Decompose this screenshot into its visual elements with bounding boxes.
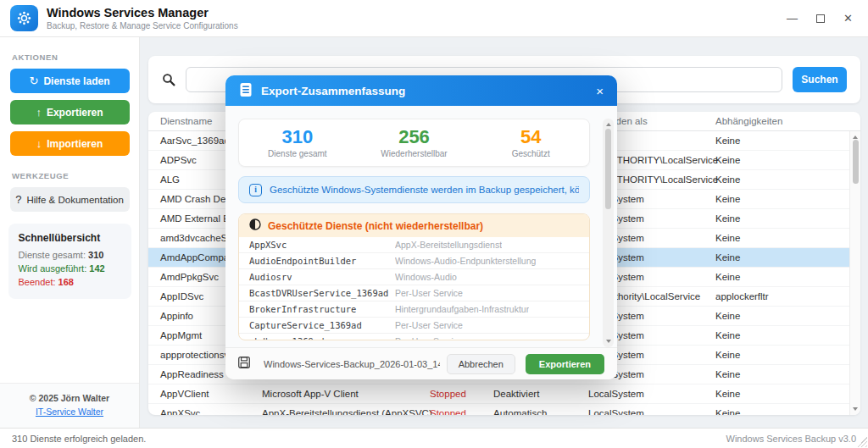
modal-scroll-down-icon[interactable]	[606, 340, 611, 343]
table-cell: Keine	[704, 408, 860, 415]
table-cell: Keine	[704, 389, 860, 399]
table-cell: applockerfltr	[704, 291, 860, 301]
info-text: Geschützte Windows-Systemdienste werden …	[270, 185, 579, 195]
floppy-icon	[238, 357, 250, 371]
service-description: Per-User Service	[395, 336, 463, 340]
service-name: BcastDVRUserService_1369ad	[249, 288, 395, 298]
table-scrollbar[interactable]	[849, 131, 860, 415]
titlebar: Windows Services Manager Backup, Restore…	[0, 0, 868, 37]
table-cell: Stopped	[418, 408, 481, 415]
app-subtitle: Backup, Restore & Manage Service Configu…	[47, 21, 238, 30]
minimize-icon[interactable]: —	[787, 13, 798, 24]
arrow-down-icon: ↓	[36, 137, 42, 150]
table-cell: Keine	[704, 194, 860, 204]
help-button[interactable]: ? Hilfe & Dokumentation	[10, 187, 130, 212]
stat-protected: 54 Geschützt	[472, 127, 589, 158]
refresh-icon: ↻	[30, 75, 39, 87]
column-header[interactable]: Abhängigkeiten	[704, 116, 860, 126]
export-filename: Windows-Services-Backup_2026-01-03_14-36…	[264, 359, 440, 369]
import-button[interactable]: ↓ Importieren	[10, 131, 130, 156]
export-stats: 310 Dienste gesamt 256 Wiederherstellbar…	[238, 119, 590, 167]
version-label: Windows Services Backup v3.0	[726, 434, 856, 444]
cancel-button[interactable]: Abbrechen	[447, 354, 515, 374]
service-name: BrokerInfrastructure	[249, 304, 395, 314]
service-name: cbdhsvc_1369ad	[249, 336, 395, 340]
question-icon: ?	[15, 193, 21, 206]
app-title: Windows Services Manager	[47, 6, 238, 20]
protected-service-row: AudioEndpointBuilderWindows-Audio-Endpun…	[239, 253, 589, 269]
service-description: Windows-Audio-Endpunkterstellung	[395, 256, 536, 266]
table-cell: Keine	[704, 350, 860, 360]
table-cell: Keine	[704, 311, 860, 321]
scroll-up-icon[interactable]	[853, 136, 858, 139]
modal-close-icon[interactable]: ×	[596, 85, 604, 97]
overview-total: Dienste gesamt: 310	[19, 250, 121, 260]
service-description: Per-User Service	[395, 288, 463, 298]
search-button[interactable]: Suchen	[793, 67, 847, 92]
modal-body: 310 Dienste gesamt 256 Wiederherstellbar…	[225, 106, 617, 347]
protected-services-header: Geschützte Dienste (nicht wiederherstell…	[239, 214, 589, 237]
modal-scrollbar[interactable]	[603, 119, 614, 347]
table-row[interactable]: AppXSvcAppX-Bereitstellungsdienst (AppXS…	[148, 404, 860, 415]
stat-restorable: 256 Wiederherstellbar	[356, 127, 473, 158]
table-cell: Keine	[704, 369, 860, 379]
table-row[interactable]: AppVClientMicrosoft App-V ClientStoppedD…	[148, 384, 860, 404]
resize-grip[interactable]	[857, 437, 867, 447]
app-logo	[10, 5, 38, 31]
service-description: Per-User Service	[395, 320, 463, 330]
overview-title: Schnellübersicht	[19, 232, 121, 244]
it-service-link[interactable]: IT-Service Walter	[36, 407, 103, 417]
app-title-block: Windows Services Manager Backup, Restore…	[47, 6, 238, 30]
protected-service-row: AudiosrvWindows-Audio	[239, 269, 589, 285]
protected-service-row: cbdhsvc_1369adPer-User Service	[239, 334, 589, 340]
load-services-button[interactable]: ↻ Dienste laden	[10, 69, 130, 93]
table-cell: LocalSystem	[576, 408, 704, 415]
protected-service-row: AppXSvcAppX-Bereitstellungsdienst	[239, 237, 589, 253]
table-cell: AppX-Bereitstellungsdienst (AppXSVC)	[250, 408, 418, 415]
search-icon	[162, 73, 175, 86]
sidebar-footer: © 2025 Jörn Walter IT-Service Walter	[0, 383, 139, 428]
scroll-down-icon[interactable]	[853, 407, 858, 411]
sidebar: AKTIONEN ↻ Dienste laden ↑ Exportieren ↓…	[0, 37, 140, 428]
overview-stopped: Beendet: 168	[19, 277, 121, 287]
table-cell: Keine	[704, 330, 860, 340]
service-name: CaptureService_1369ad	[249, 320, 395, 330]
table-cell: Stopped	[418, 389, 481, 399]
export-button[interactable]: ↑ Exportieren	[10, 100, 130, 124]
table-cell: Keine	[704, 213, 860, 224]
quick-overview-panel: Schnellübersicht Dienste gesamt: 310 Wir…	[8, 224, 131, 299]
protected-service-row: CaptureService_1369adPer-User Service	[239, 318, 589, 334]
stat-total: 310 Dienste gesamt	[239, 127, 356, 158]
modal-export-button[interactable]: Exportieren	[526, 354, 604, 374]
scrollbar-thumb[interactable]	[853, 140, 859, 184]
modal-scroll-up-icon[interactable]	[606, 123, 611, 126]
maximize-icon[interactable]	[816, 14, 825, 23]
statusbar: 310 Dienste erfolgreich geladen. Windows…	[0, 428, 868, 448]
table-cell: Keine	[704, 233, 860, 243]
service-description: Windows-Audio	[395, 272, 457, 282]
table-cell: Keine	[704, 252, 860, 263]
shield-icon	[249, 218, 261, 233]
table-cell: Keine	[704, 155, 860, 165]
protected-service-row: BrokerInfrastructureHintergrundaufgaben-…	[239, 301, 589, 318]
close-icon[interactable]: ✕	[843, 13, 853, 24]
service-name: AudioEndpointBuilder	[249, 256, 395, 266]
clipboard-icon	[239, 82, 253, 100]
table-cell: Microsoft App-V Client	[250, 389, 418, 399]
info-icon: i	[249, 184, 262, 196]
table-cell: Keine	[704, 272, 860, 282]
modal-scrollbar-thumb[interactable]	[605, 129, 611, 209]
table-cell: Automatisch	[481, 408, 576, 415]
copyright-text: © 2025 Jörn Walter	[5, 393, 134, 403]
table-cell: Deaktiviert	[481, 389, 576, 399]
tools-section-label: WERKZEUGE	[12, 171, 139, 180]
status-message: 310 Dienste erfolgreich geladen.	[12, 434, 146, 444]
arrow-up-icon: ↑	[36, 106, 42, 119]
table-cell: AppVClient	[148, 389, 250, 399]
modal-header: Export-Zusammenfassung ×	[225, 75, 617, 106]
info-banner: i Geschützte Windows-Systemdienste werde…	[238, 176, 590, 203]
actions-section-label: AKTIONEN	[12, 53, 139, 62]
gear-icon	[16, 10, 32, 26]
modal-footer: Windows-Services-Backup_2026-01-03_14-36…	[225, 347, 617, 379]
protected-service-row: BcastDVRUserService_1369adPer-User Servi…	[239, 285, 589, 301]
